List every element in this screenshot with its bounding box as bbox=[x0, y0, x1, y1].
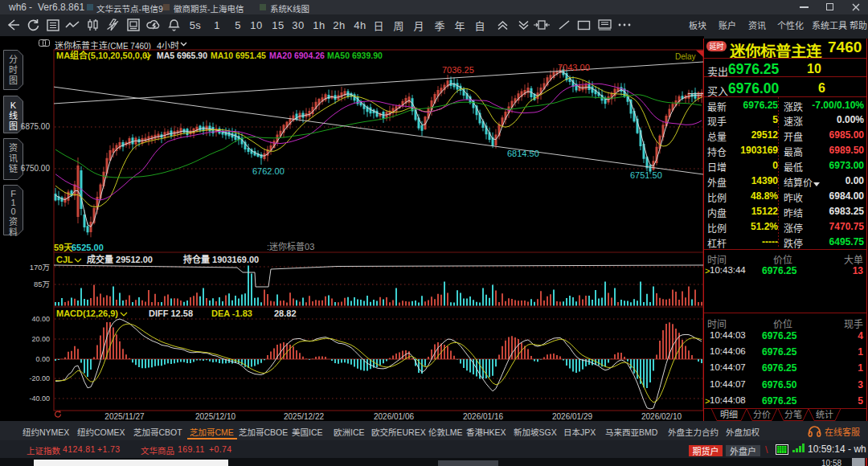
svg-text:MA10 6951.45: MA10 6951.45 bbox=[211, 51, 266, 60]
svg-text:6750.00: 6750.00 bbox=[21, 164, 51, 173]
svg-text:6525.00: 6525.00 bbox=[72, 243, 104, 252]
svg-text:20.00: 20.00 bbox=[31, 335, 50, 343]
svg-text:成交量 29512.00: 成交量 29512.00 bbox=[87, 252, 153, 265]
svg-text:持仓量 1903169.00: 持仓量 1903169.00 bbox=[183, 252, 259, 265]
svg-text:明细: 明细 bbox=[720, 408, 738, 420]
svg-text:6814.50: 6814.50 bbox=[507, 149, 539, 158]
svg-text:2025/12/22: 2025/12/22 bbox=[284, 412, 324, 421]
svg-text:2026/02/10: 2026/02/10 bbox=[641, 412, 682, 421]
svg-text:MA5 6965.90: MA5 6965.90 bbox=[157, 51, 207, 60]
svg-text:6751.50: 6751.50 bbox=[630, 170, 662, 180]
svg-text:MA20 6904.26: MA20 6904.26 bbox=[269, 51, 325, 60]
svg-text:Delay: Delay bbox=[675, 52, 696, 61]
svg-text:7043.00: 7043.00 bbox=[558, 63, 590, 72]
svg-text:28.82: 28.82 bbox=[274, 309, 297, 318]
svg-text:0.00: 0.00 bbox=[35, 355, 50, 363]
svg-text:-20.00: -20.00 bbox=[29, 374, 50, 382]
svg-text:分价: 分价 bbox=[753, 408, 771, 420]
svg-text:2026/01/16: 2026/01/16 bbox=[463, 412, 503, 421]
svg-text::迷你标普03: :迷你标普03 bbox=[267, 239, 314, 252]
svg-text:2026/01/06: 2026/01/06 bbox=[374, 412, 414, 421]
svg-text:统计: 统计 bbox=[816, 408, 833, 420]
svg-text:2025/12/10: 2025/12/10 bbox=[195, 412, 235, 421]
svg-text:MA50 6939.90: MA50 6939.90 bbox=[327, 51, 383, 60]
svg-text:2025/11/27: 2025/11/27 bbox=[104, 412, 145, 421]
svg-text:2026/01/29: 2026/01/29 bbox=[552, 412, 592, 421]
svg-text:6762.00: 6762.00 bbox=[252, 166, 285, 176]
svg-text:85万: 85万 bbox=[34, 278, 50, 289]
svg-text:MACD(12,26,9): MACD(12,26,9) bbox=[56, 309, 118, 318]
svg-text:170万: 170万 bbox=[30, 261, 50, 272]
svg-text:6875.00: 6875.00 bbox=[21, 122, 51, 131]
svg-text:7036.25: 7036.25 bbox=[442, 65, 474, 75]
svg-text:-40.00: -40.00 bbox=[29, 394, 50, 403]
svg-text:DEA -1.83: DEA -1.83 bbox=[211, 309, 252, 318]
svg-text:CJL: CJL bbox=[56, 255, 73, 264]
svg-text:DIFF 12.58: DIFF 12.58 bbox=[149, 309, 193, 318]
svg-text:MA组合(5,10,20,50,0,0): MA组合(5,10,20,50,0,0) bbox=[56, 48, 150, 61]
svg-text:59天: 59天 bbox=[54, 240, 73, 253]
svg-text:40.00: 40.00 bbox=[31, 315, 50, 323]
svg-text:分笔: 分笔 bbox=[784, 408, 802, 420]
